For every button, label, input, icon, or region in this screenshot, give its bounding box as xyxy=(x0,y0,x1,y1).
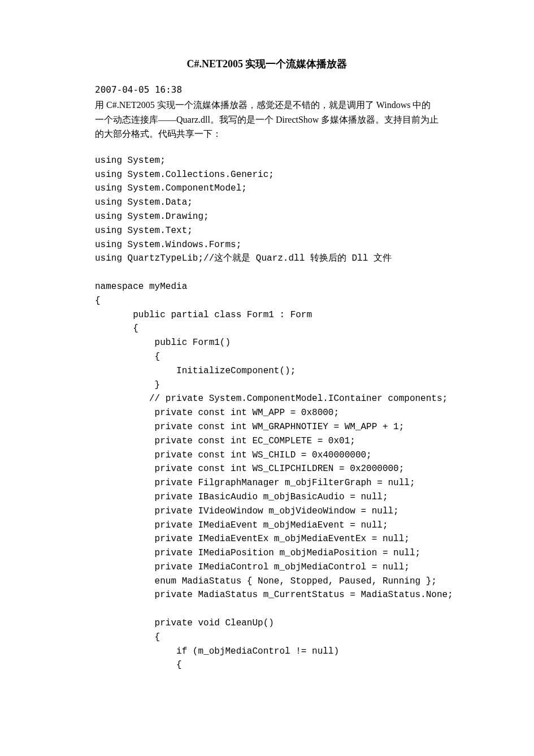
code-block: using System; using System.Collections.G… xyxy=(95,154,439,672)
document-intro: 用 C#.NET2005 实现一个流媒体播放器，感觉还是不错的，就是调用了 Wi… xyxy=(95,98,439,141)
document-title: C#.NET2005 实现一个流媒体播放器 xyxy=(95,57,439,72)
document-date: 2007-04-05 16:38 xyxy=(95,83,439,97)
